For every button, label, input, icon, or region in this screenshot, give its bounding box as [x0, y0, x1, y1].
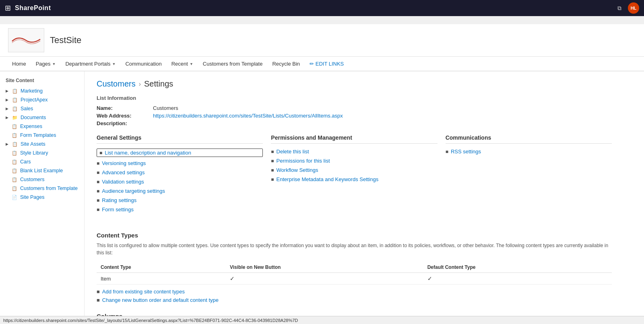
web-address-value: https://citizenbuilders.sharepoint.com/s… [153, 113, 343, 119]
dept-portals-dropdown-arrow: ▼ [112, 62, 116, 66]
link-form-settings[interactable]: ■ Form settings [97, 206, 263, 213]
sidebar-item-site-assets[interactable]: ▶ 📋 Site Assets [4, 140, 80, 149]
bullet-4: ■ [97, 188, 99, 194]
sidebar-item-projectapex[interactable]: ▶ 📋 ProjectApex [4, 95, 80, 104]
link-validation[interactable]: ■ Validation settings [97, 179, 263, 185]
info-row-name: Name: Customers [97, 105, 612, 111]
pm-bullet-0: ■ [271, 149, 274, 155]
ct-default-check: ✓ [423, 273, 612, 285]
pm-bullet-3: ■ [271, 177, 274, 182]
ct-col-default: Default Content Type [423, 262, 612, 273]
nav-bar: Home Pages ▼ Department Portals ▼ Commun… [0, 57, 644, 71]
link-versioning[interactable]: ■ Versioning settings [97, 160, 263, 166]
description-label: Description: [97, 120, 153, 126]
ct-links: ■ Add from existing site content types ■… [97, 289, 612, 303]
nav-item-edit-links[interactable]: ✏ EDIT LINKS [305, 58, 348, 69]
customers-icon: 📋 [11, 176, 18, 183]
general-settings-title: General Settings [97, 134, 263, 144]
main-layout: Site Content ▶ 📋 Marketing ▶ 📋 ProjectAp… [0, 71, 644, 324]
nav-item-communication[interactable]: Communication [121, 58, 165, 69]
ct-col-visible-new: Visible on New Button [226, 262, 423, 273]
blank-list-icon: 📋 [11, 167, 18, 174]
status-url: https://citizenbuilders.sharepoint.com/s… [3, 318, 298, 323]
content-types-table: Content Type Visible on New Button Defau… [97, 262, 612, 285]
permissions-col: Permissions and Management ■ Delete this… [271, 134, 437, 216]
sidebar-item-customers[interactable]: 📋 Customers [4, 175, 80, 184]
sidebar-item-form-templates[interactable]: 📋 Form Templates [4, 131, 80, 140]
waffle-icon[interactable]: ⊞ [5, 4, 11, 12]
sidebar-item-sales[interactable]: ▶ 📋 Sales [4, 104, 80, 113]
link-change-new-button[interactable]: ■ Change new button order and default co… [97, 297, 612, 303]
expand-arrow-projectapex: ▶ [6, 98, 8, 102]
site-title: TestSite [50, 35, 81, 45]
sidebar-item-customers-template[interactable]: 📋 Customers from Template [4, 184, 80, 193]
site-header: TestSite [0, 24, 644, 57]
nav-item-recycle-bin[interactable]: Recycle Bin [268, 58, 304, 69]
pages-dropdown-arrow: ▼ [52, 62, 56, 66]
marketing-icon: 📋 [12, 88, 18, 94]
expand-arrow-marketing: ▶ [6, 89, 8, 93]
bullet-5: ■ [97, 198, 99, 203]
link-delete-list[interactable]: ■ Delete this list [271, 149, 437, 155]
sidebar-item-expenses[interactable]: 📋 Expenses [4, 122, 80, 131]
general-settings-col: General Settings ■ List name, descriptio… [97, 134, 263, 216]
bullet-3: ■ [97, 179, 99, 185]
main-content: Customers › Settings List Information Na… [85, 71, 624, 324]
expand-arrow-site-assets: ▶ [6, 142, 8, 146]
link-permissions-list[interactable]: ■ Permissions for this list [271, 158, 437, 164]
breadcrumb-current: Settings [144, 79, 173, 89]
ct-bullet-1: ■ [97, 297, 100, 303]
site-logo [8, 28, 44, 52]
list-info-title: List Information [97, 95, 612, 101]
link-add-existing-ct[interactable]: ■ Add from existing site content types [97, 289, 612, 295]
nav-item-department-portals[interactable]: Department Portals ▼ [61, 58, 120, 69]
pm-bullet-2: ■ [271, 167, 274, 173]
style-library-icon: 📋 [11, 150, 18, 156]
sidebar-section-title: Site Content [4, 78, 80, 83]
link-list-name-nav[interactable]: ■ List name, description and navigation [97, 149, 263, 157]
name-value: Customers [153, 105, 178, 111]
nav-item-home[interactable]: Home [8, 58, 30, 69]
link-rating[interactable]: ■ Rating settings [97, 197, 263, 203]
sub-bar [0, 16, 644, 24]
name-label: Name: [97, 105, 153, 111]
ct-item-label: Item [97, 273, 226, 285]
breadcrumb: Customers › Settings [97, 79, 612, 89]
brand-name: SharePoint [15, 4, 51, 12]
bullet-6: ■ [97, 207, 99, 213]
link-workflow-settings[interactable]: ■ Workflow Settings [271, 167, 437, 173]
site-pages-icon: 📄 [11, 194, 18, 200]
ct-bullet-0: ■ [97, 289, 100, 295]
bullet-1: ■ [97, 161, 99, 166]
sidebar-item-marketing[interactable]: ▶ 📋 Marketing [4, 87, 80, 95]
user-avatar[interactable]: HL [628, 2, 639, 14]
nav-item-pages[interactable]: Pages ▼ [32, 58, 60, 69]
link-enterprise-metadata[interactable]: ■ Enterprise Metadata and Keywords Setti… [271, 176, 437, 182]
nav-item-recent[interactable]: Recent ▼ [167, 58, 197, 69]
permissions-title: Permissions and Management [271, 134, 437, 144]
nav-item-customers-template[interactable]: Customers from Template [199, 58, 267, 69]
pm-bullet-1: ■ [271, 158, 274, 164]
expenses-icon: 📋 [11, 123, 18, 130]
breadcrumb-parent[interactable]: Customers [97, 79, 136, 89]
link-rss-settings[interactable]: ■ RSS settings [446, 149, 612, 155]
communications-title: Communications [446, 134, 612, 144]
web-address-link[interactable]: https://citizenbuilders.sharepoint.com/s… [153, 113, 343, 119]
sidebar-item-blank-list[interactable]: 📋 Blank List Example [4, 166, 80, 175]
sales-icon: 📋 [12, 105, 18, 112]
sidebar-item-documents[interactable]: ▶ 📁 Documents [4, 113, 80, 122]
sidebar-item-site-pages[interactable]: 📄 Site Pages [4, 193, 80, 202]
link-audience-targeting[interactable]: ■ Audience targeting settings [97, 188, 263, 194]
sidebar-item-cars[interactable]: 📋 Cars [4, 157, 80, 166]
expand-arrow-documents: ▶ [6, 116, 8, 120]
settings-grid: General Settings ■ List name, descriptio… [97, 134, 612, 216]
cars-icon: 📋 [11, 159, 18, 165]
documents-icon: 📁 [12, 114, 18, 121]
restore-icon[interactable]: ⧉ [617, 5, 621, 12]
link-advanced[interactable]: ■ Advanced settings [97, 169, 263, 175]
sidebar-item-style-library[interactable]: 📋 Style Library [4, 149, 80, 157]
bullet-0: ■ [99, 150, 102, 156]
ct-visible-check: ✓ [226, 273, 423, 285]
bullet-2: ■ [97, 170, 99, 175]
web-address-label: Web Address: [97, 113, 153, 119]
